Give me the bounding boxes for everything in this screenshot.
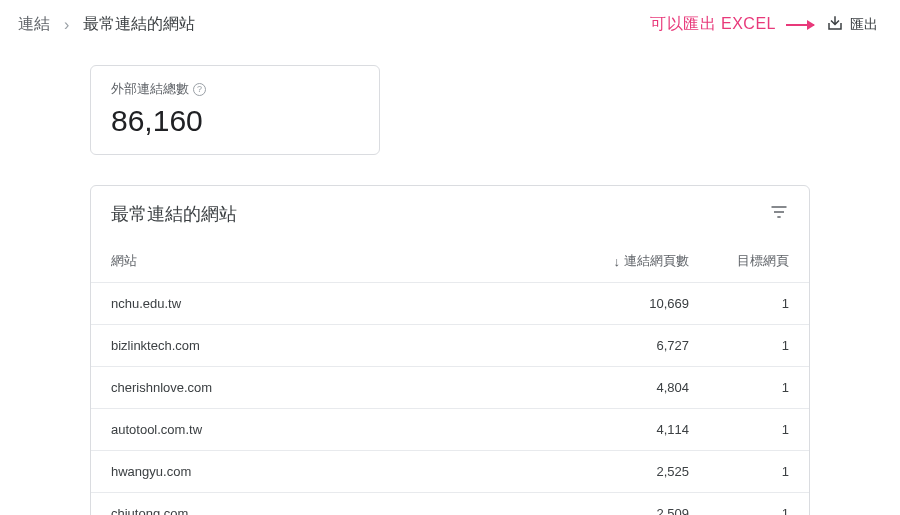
table-title: 最常連結的網站 [111, 202, 237, 226]
export-note-text: 可以匯出 EXCEL [650, 14, 776, 35]
cell-site: bizlinktech.com [111, 338, 549, 353]
cell-target: 1 [689, 506, 789, 515]
filter-icon [769, 208, 789, 225]
col-header-site[interactable]: 網站 [111, 252, 549, 270]
help-icon[interactable]: ? [193, 83, 206, 96]
breadcrumb-root[interactable]: 連結 [18, 14, 50, 35]
export-button[interactable]: 匯出 [826, 14, 878, 35]
cell-target: 1 [689, 338, 789, 353]
cell-pages: 2,509 [549, 506, 689, 515]
table-row[interactable]: chiutong.com2,5091 [91, 493, 809, 515]
breadcrumb: 連結 › 最常連結的網站 [18, 14, 195, 35]
cell-target: 1 [689, 464, 789, 479]
sort-down-icon: ↓ [614, 254, 621, 269]
col-header-pages[interactable]: ↓ 連結網頁數 [549, 252, 689, 270]
table-row[interactable]: autotool.com.tw4,1141 [91, 409, 809, 451]
cell-site: autotool.com.tw [111, 422, 549, 437]
cell-target: 1 [689, 422, 789, 437]
total-links-card: 外部連結總數 ? 86,160 [90, 65, 380, 155]
chevron-right-icon: › [64, 16, 69, 34]
download-icon [826, 14, 844, 35]
arrow-right-icon [786, 24, 814, 26]
cell-target: 1 [689, 380, 789, 395]
filter-button[interactable] [769, 202, 789, 226]
cell-pages: 10,669 [549, 296, 689, 311]
breadcrumb-current: 最常連結的網站 [83, 14, 195, 35]
col-header-target[interactable]: 目標網頁 [689, 252, 789, 270]
cell-site: nchu.edu.tw [111, 296, 549, 311]
table-row[interactable]: cherishnlove.com4,8041 [91, 367, 809, 409]
cell-site: cherishnlove.com [111, 380, 549, 395]
total-value: 86,160 [111, 104, 359, 138]
cell-target: 1 [689, 296, 789, 311]
cell-pages: 2,525 [549, 464, 689, 479]
table-header-row: 網站 ↓ 連結網頁數 目標網頁 [91, 242, 809, 283]
cell-pages: 6,727 [549, 338, 689, 353]
cell-site: chiutong.com [111, 506, 549, 515]
export-excel-note: 可以匯出 EXCEL [650, 14, 814, 35]
total-label-text: 外部連結總數 [111, 80, 189, 98]
table-row[interactable]: nchu.edu.tw10,6691 [91, 283, 809, 325]
table-row[interactable]: hwangyu.com2,5251 [91, 451, 809, 493]
linking-sites-table: 最常連結的網站 網站 ↓ 連結網頁數 目標網頁 nchu.edu.tw10,66… [90, 185, 810, 515]
cell-site: hwangyu.com [111, 464, 549, 479]
table-row[interactable]: bizlinktech.com6,7271 [91, 325, 809, 367]
cell-pages: 4,804 [549, 380, 689, 395]
col-header-pages-label: 連結網頁數 [624, 252, 689, 270]
cell-pages: 4,114 [549, 422, 689, 437]
export-label: 匯出 [850, 16, 878, 34]
